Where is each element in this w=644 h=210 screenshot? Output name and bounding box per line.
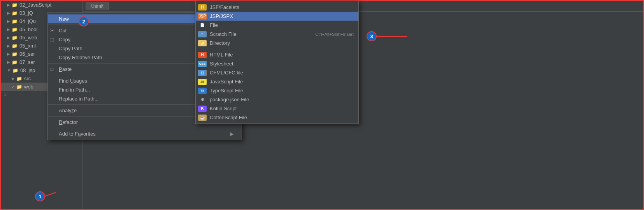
jsp-icon: JSP: [198, 13, 207, 19]
expand-arrow: ▶: [7, 11, 10, 15]
folder-icon: 📁: [12, 68, 18, 73]
coffee-icon: ☕: [198, 115, 207, 121]
expand-arrow: ▶: [7, 52, 10, 56]
folder-icon: 📁: [12, 11, 18, 16]
folder-icon: 📁: [12, 19, 18, 24]
expand-arrow: ▶: [7, 3, 10, 7]
submenu-item-ts[interactable]: TS TypeScript File: [196, 86, 358, 95]
css-icon: CSS: [198, 61, 207, 67]
expand-arrow: ▶: [12, 76, 15, 81]
arrow-line-2: [89, 21, 128, 22]
badge-3: 3: [367, 31, 377, 41]
copy-icon: ⬚: [50, 37, 54, 42]
submenu-item-file[interactable]: 📄 File: [196, 21, 358, 30]
expand-arrow: ▶: [7, 27, 10, 32]
expand-arrow: ▼: [7, 68, 11, 72]
submenu-item-jsp[interactable]: JSP JSP/JSPX: [196, 12, 358, 21]
js-icon: JS: [198, 79, 207, 85]
submenu-item-coffee[interactable]: ☕ CoffeeScript File: [196, 113, 358, 122]
menu-item-add-favorites[interactable]: Add to Favorites ▶: [48, 129, 242, 138]
kotlin-icon: K: [198, 106, 207, 112]
pkg-icon: ⚙: [198, 97, 207, 103]
folder-icon: 📁: [12, 35, 18, 41]
cut-icon: ✂: [50, 28, 54, 34]
submenu-item-html[interactable]: H HTML File: [196, 50, 358, 59]
tab-html[interactable]: /.html\: [86, 2, 109, 10]
html-icon: H: [198, 52, 207, 58]
submenu-arrow-icon: ▶: [230, 131, 234, 137]
folder-icon: 📁: [12, 43, 18, 49]
submenu-item-jsf[interactable]: H JSF/Facelets: [196, 3, 358, 12]
folder-icon: 📁: [16, 84, 22, 90]
folder-icon: 📁: [12, 27, 18, 32]
sidebar-item-02js[interactable]: ▶ 📁 02_JavaScript: [1, 1, 82, 9]
submenu-item-directory[interactable]: 📁 Directory: [196, 39, 358, 48]
menu-separator-6: [48, 128, 242, 128]
ts-icon: TS: [198, 88, 207, 94]
submenu-item-pkg[interactable]: ⚙ package.json File: [196, 95, 358, 104]
jsf-icon: H: [198, 4, 207, 11]
expand-arrow: ▶: [7, 60, 10, 64]
expand-arrow: ▶: [7, 35, 10, 40]
submenu-separator-1: [196, 49, 358, 49]
folder-icon: 📁: [16, 76, 22, 81]
arrow-line-3: [376, 36, 407, 37]
expand-arrow: ✓: [12, 85, 15, 89]
paste-icon: ◻: [50, 67, 54, 72]
folder-icon: 📁: [12, 2, 18, 8]
expand-arrow: ▶: [7, 19, 10, 23]
submenu-item-scratch[interactable]: ≡ Scratch File Ctrl+Alt+Shift+Insert: [196, 30, 358, 39]
expand-arrow: ▶: [7, 44, 10, 48]
tab-bar: /.html\: [82, 1, 643, 12]
folder-icon: 📁: [12, 51, 18, 57]
submenu-item-css[interactable]: CSS Stylesheet: [196, 59, 358, 68]
file-icon: 📄: [198, 22, 207, 28]
submenu-item-cfml[interactable]: ◻ CFML/CFC file: [196, 68, 358, 77]
new-submenu: H JSF/Facelets JSP JSP/JSPX 📄 File ≡ Scr…: [195, 1, 359, 124]
badge-2: 2: [79, 16, 89, 26]
main-container: ▶ 📁 02_JavaScript ▶ 📁 03_jQ ▶ 📁 04_jQu ▶…: [0, 0, 644, 210]
cfml-icon: ◻: [198, 70, 207, 76]
badge-1: 1: [35, 191, 45, 201]
directory-icon: 📁: [198, 40, 207, 46]
submenu-item-kotlin[interactable]: K Kotlin Script: [196, 104, 358, 113]
submenu-item-js[interactable]: JS JavaScript File: [196, 77, 358, 86]
scratch-icon: ≡: [198, 31, 207, 37]
folder-icon: 📁: [12, 60, 18, 65]
